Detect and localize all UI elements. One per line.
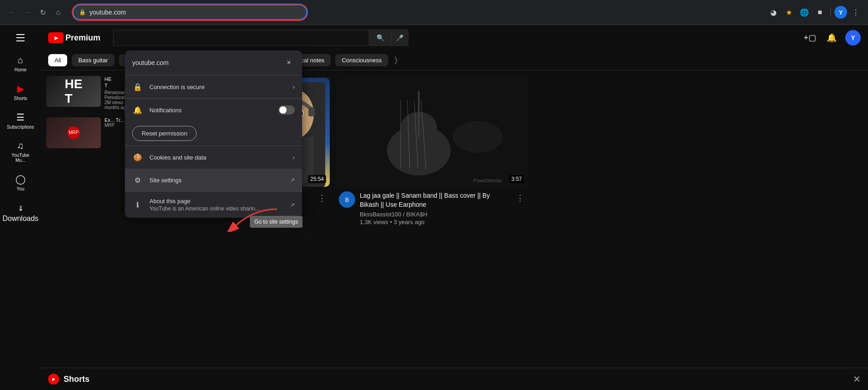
lock-dropdown-icon: 🔒 xyxy=(132,81,143,92)
voice-search-button[interactable]: 🎤 xyxy=(392,30,408,46)
shorts-close-button[interactable]: ✕ xyxy=(853,374,861,385)
filter-chip-bass[interactable]: Bass guitar xyxy=(72,54,114,66)
you-icon: ◯ xyxy=(15,174,25,185)
sidebar-music-label: YouTube Mu... xyxy=(8,153,33,163)
video-duration-bass: 3:57 xyxy=(509,175,524,183)
left-video-card[interactable]: HET HET Renaissance Periodization ✓ 2M v… xyxy=(45,74,128,112)
shorts-logo: ▶ xyxy=(48,374,59,385)
hamburger-line-1 xyxy=(16,34,25,35)
more-button-bass[interactable]: ⋮ xyxy=(514,191,526,205)
dropdown-connection-row[interactable]: 🔒 Connection is secure › xyxy=(125,75,302,98)
youtube-layout: ⌂ Home ▶ Shorts ☰ Subscriptions ♫ YouTub… xyxy=(0,25,868,390)
dropdown-about-row[interactable]: ℹ About this page YouTube is an American… xyxy=(125,192,302,218)
yt-logo: Premium xyxy=(48,32,100,43)
back-button[interactable]: ← xyxy=(5,6,18,19)
yt-profile-button[interactable]: Y xyxy=(845,30,861,45)
home-icon: ⌂ xyxy=(18,55,23,65)
sidebar-item-youtube-music[interactable]: ♫ YouTube Mu... xyxy=(2,136,39,167)
cast-icon-button[interactable]: ◕ xyxy=(767,5,780,19)
bookmark-button[interactable]: ★ xyxy=(782,5,796,19)
left-video-info-2: Ex... Tr... MRP xyxy=(104,117,124,128)
left-video-title-2: Ex... Tr... xyxy=(104,117,124,123)
info-dropdown-icon: ℹ xyxy=(132,200,143,210)
external-link-icon: ↗ xyxy=(290,177,295,183)
globe-icon-button[interactable]: 🌐 xyxy=(798,5,811,19)
about-external-icon: ↗ xyxy=(290,202,295,208)
about-label: About this page xyxy=(149,198,288,205)
extensions-button[interactable]: ■ xyxy=(813,5,827,19)
connection-arrow-icon: › xyxy=(293,83,295,90)
channel-avatar-bass: B xyxy=(339,191,355,208)
shorts-icon: ▶ xyxy=(17,83,24,94)
search-bar[interactable] xyxy=(113,30,369,46)
home-button[interactable]: ⌂ xyxy=(52,6,64,19)
video-duration-delhi: 25:54 xyxy=(308,175,326,183)
video-card-bass[interactable]: PowerDirector 3:57 B Lag jaa gale || San… xyxy=(337,78,528,230)
cookies-arrow-icon: › xyxy=(293,154,295,161)
browser-nav-buttons: ← → ↻ ⌂ xyxy=(5,6,64,19)
filter-scroll-right[interactable]: 〉 xyxy=(395,55,397,65)
bell-dropdown-icon: 🔔 xyxy=(132,105,143,115)
sidebar: ⌂ Home ▶ Shorts ☰ Subscriptions ♫ YouTub… xyxy=(0,25,41,390)
sidebar-item-home[interactable]: ⌂ Home xyxy=(2,50,39,77)
sidebar-downloads-label: Downloads xyxy=(2,215,38,223)
hamburger-menu-button[interactable] xyxy=(11,29,30,47)
sidebar-item-subscriptions[interactable]: ☰ Subscriptions xyxy=(2,107,39,134)
browser-menu-button[interactable]: ⋮ xyxy=(849,5,863,19)
browser-profile-avatar[interactable]: Y xyxy=(834,6,847,19)
cookie-dropdown-icon: 🍪 xyxy=(132,152,143,163)
sidebar-shorts-label: Shorts xyxy=(14,96,27,101)
main-content: Premium 🔍 🎤 +▢ 🔔 Y All Bass guitar Strin… xyxy=(41,25,868,390)
notifications-toggle[interactable] xyxy=(278,105,295,115)
more-button-delhi[interactable]: ⋮ xyxy=(316,191,328,205)
left-channel-2: MRP xyxy=(104,123,124,128)
filter-chip-consciousness[interactable]: Consciousness xyxy=(335,54,388,66)
svg-text:PowerDirector: PowerDirector xyxy=(473,178,502,183)
hamburger-line-2 xyxy=(16,37,25,38)
video-stats-bass: 1.3K views • 3 years ago xyxy=(360,219,510,225)
yt-page: Premium 🔍 🎤 +▢ 🔔 Y All Bass guitar Strin… xyxy=(41,25,868,390)
dropdown-notifications-row[interactable]: 🔔 Notifications xyxy=(125,99,302,121)
sidebar-item-you[interactable]: ◯ You xyxy=(2,169,39,196)
reset-permission-button[interactable]: Reset permission xyxy=(132,126,197,141)
thumb-svg-bass: PowerDirector xyxy=(337,78,528,187)
video-meta-bass: Lag jaa gale || Sanam band || Bass cover… xyxy=(360,191,510,225)
dropdown-site-settings-row[interactable]: ⚙ Site settings ↗ xyxy=(125,169,302,191)
sidebar-you-label: You xyxy=(17,186,25,191)
mrp-logo: MRP xyxy=(67,126,80,139)
video-title-bass: Lag jaa gale || Sanam band || Bass cover… xyxy=(360,191,510,209)
connection-label: Connection is secure xyxy=(149,84,293,90)
video-channel-bass: BkssBassist100 / BIKA$H xyxy=(360,211,510,218)
gear-dropdown-icon: ⚙ xyxy=(132,175,143,185)
about-description: YouTube is an American online video shar… xyxy=(149,205,288,212)
sidebar-item-shorts[interactable]: ▶ Shorts xyxy=(2,79,39,105)
dropdown-header: youtube.com × xyxy=(125,50,302,75)
address-bar[interactable]: 🔒 youtube.com xyxy=(73,5,307,20)
forward-button[interactable]: → xyxy=(21,6,34,19)
video-thumb-bass: PowerDirector 3:57 xyxy=(337,78,528,187)
svg-rect-22 xyxy=(418,91,420,137)
site-settings-label: Site settings xyxy=(149,177,288,184)
music-icon: ♫ xyxy=(17,140,24,151)
sidebar-item-downloads[interactable]: ⇓ Downloads xyxy=(2,198,39,229)
shorts-section: ▶ Shorts ✕ xyxy=(41,368,868,390)
notifications-bell-button[interactable]: 🔔 xyxy=(823,30,840,46)
sidebar-home-label: Home xyxy=(15,67,27,72)
dropdown-close-button[interactable]: × xyxy=(283,57,295,69)
lock-icon: 🔒 xyxy=(79,9,86,15)
browser-chrome: ← → ↻ ⌂ 🔒 youtube.com ◕ ★ 🌐 ■ Y ⋮ xyxy=(0,0,868,25)
reload-button[interactable]: ↻ xyxy=(36,6,49,19)
dropdown-cookies-row[interactable]: 🍪 Cookies and site data › xyxy=(125,146,302,169)
browser-right-icons: ◕ ★ 🌐 ■ Y ⋮ xyxy=(767,5,863,19)
yt-logo-text: Premium xyxy=(65,33,100,43)
dropdown-site-title: youtube.com xyxy=(132,59,169,66)
left-video-card-2[interactable]: MRP Ex... Tr... MRP xyxy=(45,115,128,150)
create-button[interactable]: +▢ xyxy=(802,30,818,46)
filter-chip-all[interactable]: All xyxy=(48,54,67,66)
left-thumb: HET xyxy=(46,76,101,107)
cookies-label: Cookies and site data xyxy=(149,154,293,161)
address-bar-container: 🔒 youtube.com xyxy=(72,4,308,21)
yt-header: Premium 🔍 🎤 +▢ 🔔 Y xyxy=(41,25,868,50)
left-thumb-2: MRP xyxy=(46,117,101,148)
search-button[interactable]: 🔍 xyxy=(369,30,392,46)
